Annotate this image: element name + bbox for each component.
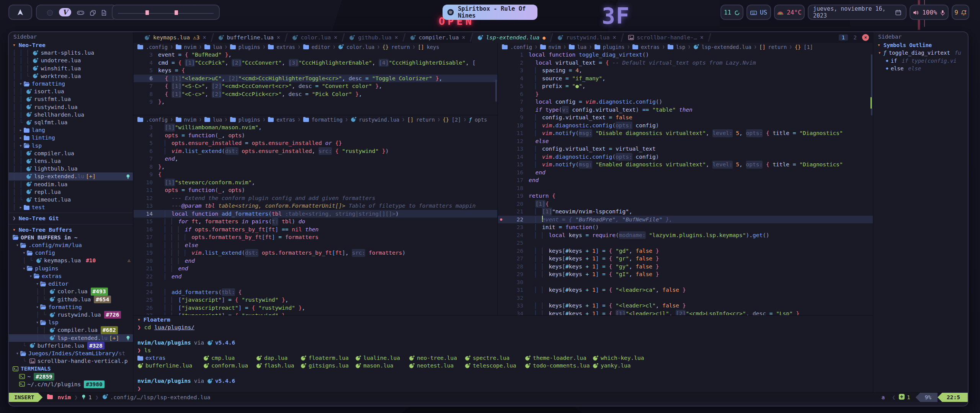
tree-folder-lsp[interactable]: │ ▾lsp	[9, 142, 133, 150]
tab-scrollbar-handle-[interactable]: scrollbar-handle-…×	[623, 32, 709, 43]
floaterm-terminal[interactable]: ▾Floaterm❯cdlua/plugins/ nvim/lua/plugin…	[134, 315, 873, 392]
windows-workspace[interactable]	[90, 9, 96, 16]
neotree-buffers-section-header[interactable]: ▾Neo-Tree Buffers	[9, 226, 133, 234]
code-line-33[interactable]: 33 ▏ ▏ keys[#keys + 1] = { "<leader>cl",…	[498, 302, 873, 310]
code-line-20[interactable]: 20 [1]{	[498, 200, 873, 208]
code-line-17[interactable]: 17 ▏ ▏ ▏ ▏ opts.formatters_by_ft[ft] = f…	[134, 233, 497, 241]
tree-folder-juegosindiessteamlibrary[interactable]: ▾Juegos/Indies/SteamLibrary/st	[9, 350, 133, 357]
tree-item-timeout.lua[interactable]: │ └ timeout.lua	[9, 196, 133, 203]
tree-item-winshift.lua[interactable]: │ │ │ winshift.lua	[9, 65, 133, 72]
tree-folder-linting[interactable]: │ ▸linting	[9, 134, 133, 141]
tree-item-compiler.lua[interactable]: │ │ compiler.lua	[9, 150, 133, 157]
tree-item-scrollbar-handle-vertical.p[interactable]: └ scrollbar-handle-vertical.p	[9, 357, 133, 365]
tree-item-shellharden.lua[interactable]: │ │ shellharden.lua	[9, 111, 133, 119]
tree-item-~[interactable]: ~#2859	[9, 373, 133, 380]
tree-folder-.confignvimlua[interactable]: ▾.config/nvim/lua	[9, 241, 133, 249]
music-player-widget[interactable]: Spiritbox - Rule Of Nines	[443, 5, 537, 20]
code-line-29[interactable]: 29 ▏ ▏ keys[#keys + 1] = { "gI", false }	[498, 270, 873, 278]
code-line-9[interactable]: 9},	[134, 98, 497, 106]
close-tab-icon[interactable]: ×	[277, 34, 280, 41]
date-widget[interactable]: jueves, noviembre 16, 2023	[808, 5, 906, 20]
tree-item-undotree.lua[interactable]: │ │ │ undotree.lua	[9, 57, 133, 64]
code-line-13[interactable]: 13 ---@param tbl table<string, conform.F…	[134, 202, 497, 210]
code-line-34[interactable]: 34 ▏ ▏ keys[#keys + 1] = { [1]"<leader>c…	[498, 310, 873, 315]
code-line-6[interactable]: 6 ▏ vim.list_extend(dst: opts.ensure_ins…	[134, 147, 497, 155]
tree-item-isort.lua[interactable]: │ │ isort.lua	[9, 88, 133, 95]
tree-folder-test[interactable]: │ ▸test	[9, 203, 133, 211]
tab-github.lua[interactable]: github.lua×	[344, 32, 403, 43]
close-tab-icon[interactable]: ×	[395, 34, 398, 41]
updates-widget[interactable]: 11	[720, 5, 743, 20]
code-line-25[interactable]: 25	[498, 239, 873, 247]
shell-prompt[interactable]: ❯	[134, 385, 873, 392]
code-line-3[interactable]: 3event = { "BufRead" },	[134, 51, 497, 59]
launcher-button[interactable]	[8, 5, 32, 20]
browser-workspace[interactable]	[47, 9, 53, 16]
workspace-switcher[interactable]: V	[36, 5, 117, 20]
tree-item-rustfmt.lua[interactable]: │ │ rustfmt.lua	[9, 95, 133, 103]
code-line-28[interactable]: 28 ▏ ▏ keys[#keys + 1] = { "gy", false }	[498, 263, 873, 271]
code-line-19[interactable]: 19return {	[498, 192, 873, 200]
close-tab-icon[interactable]: ×	[203, 34, 206, 41]
code-line-16[interactable]: 16 ▏ ▏ ▏ if opts.formatters_by_ft[ft] ==…	[134, 226, 497, 234]
tree-item-lightbulb.lua[interactable]: │ │ lightbulb.lua	[9, 165, 133, 172]
tab-keymaps.lua[interactable]: keymaps.lua⚠3×	[139, 32, 212, 43]
tree-item-keymaps.lua[interactable]: │ └ keymaps.lua#10⚠	[9, 257, 133, 264]
floaterm-header[interactable]: ▾Floaterm	[134, 316, 873, 324]
tree-item-neodim.lua[interactable]: │ │ neodim.lua	[9, 180, 133, 188]
editor-pane-lsp-extended-lua[interactable]: .config❯nvim❯lua❯plugins❯extras❯lsp❯lsp-…	[498, 43, 873, 315]
symbol-else[interactable]: ◆elseelse	[874, 65, 968, 72]
code-line-23[interactable]: 23 ▏ init = function()	[498, 223, 873, 231]
code-line-1[interactable]: 1local function toggle_diag_virtext()	[498, 51, 873, 59]
tree-folder-plugins[interactable]: ▾plugins	[9, 265, 133, 272]
code-line-26[interactable]: 26 ▏ ▏ keys[#keys + 1] = { "gd", false }	[498, 247, 873, 255]
tree-item-color.lua[interactable]: │ │ color.lua#493	[9, 288, 133, 295]
editor-pane-color-lua[interactable]: .config❯nvim❯lua❯plugins❯extras❯editor❯c…	[134, 43, 497, 115]
tree-item-openbuffersin~[interactable]: OPEN BUFFERS in ~	[9, 234, 133, 241]
code-line-18[interactable]: 18 ▏ ▏ ▏ else	[134, 241, 497, 249]
code-line-27[interactable]: 27 ▏ ▏ keys[#keys + 1] = { "gr", false }	[498, 255, 873, 263]
code-line-17[interactable]: 17end	[498, 176, 873, 184]
tree-folder-formatting[interactable]: ▾formatting	[9, 303, 133, 311]
close-tab-icon[interactable]: ×	[334, 34, 337, 41]
code-line-31[interactable]: 31 ▏ ▏ keys[#keys + 1] = { "<leader>ca",…	[498, 286, 873, 294]
code-line-9[interactable]: 9{	[134, 171, 497, 179]
tab-compiler.lua[interactable]: compiler.lua×	[405, 32, 471, 43]
symbol-toggle_diag_virtext[interactable]: ▾ƒtoggle_diag_virtextfu	[874, 49, 968, 57]
code-line-32[interactable]: 32	[498, 294, 873, 302]
neotree-git-section-header[interactable]: ❯Neo-Tree Git	[9, 215, 133, 222]
code-line-20[interactable]: 20 ▏ ▏ ▏ end	[134, 257, 497, 265]
shell-prompt[interactable]: ❯cdlua/plugins/	[134, 324, 873, 331]
code-line-8[interactable]: 8 { [1]"<C-c>", [2]"<cmd>CccPick<cr>", d…	[134, 90, 497, 98]
code-line-9[interactable]: 9 ▏ config.virtual_text = false	[498, 114, 873, 122]
tabpage-1[interactable]: 1	[839, 34, 848, 41]
code-line-8[interactable]: 8},	[134, 163, 497, 171]
close-tab-icon[interactable]: ×	[462, 34, 466, 41]
keyboard-layout-widget[interactable]: US	[746, 5, 771, 20]
tab-bufferline.lua[interactable]: bufferline.lua×	[213, 32, 286, 43]
code-line-13[interactable]: 13 ▏ config.virtual_text = virtual_text	[498, 145, 873, 153]
code-line-21[interactable]: 21 ▏ ▏ end	[134, 265, 497, 273]
tree-item-bufferline.lua[interactable]: └ bufferline.lua#328	[9, 342, 133, 350]
tree-folder-extras[interactable]: ▾extras	[9, 272, 133, 280]
code-line-6[interactable]: 6 { [1]"<leader>uC", [2]"<cmd>CccHighlig…	[134, 75, 497, 83]
code-line-19[interactable]: 19 ▏ ▏ ▏ ▏ vim.list_extend(dst: opts.for…	[134, 249, 497, 257]
code-line-5[interactable]: 5 ▏ prefix = "●",	[498, 82, 873, 90]
symbol-if[interactable]: ◆ifif type(config.vi	[874, 57, 968, 65]
tree-folder-editor[interactable]: ▾editor	[9, 280, 133, 288]
tree-folder-formatting[interactable]: │ ▾formatting	[9, 80, 133, 88]
tree-item-sqlfmt.lua[interactable]: │ └ sqlfmt.lua	[9, 119, 133, 126]
code-line-26[interactable]: 26 ▏ ▏ ["javascriptreact"] = { "rustywin…	[134, 304, 497, 312]
games-workspace[interactable]	[77, 9, 84, 16]
tree-item-lsp-extended.[interactable]: │ │ lsp-extended.lu[+]	[9, 172, 133, 180]
neotree-section-header[interactable]: ▾Neo-Tree	[9, 41, 133, 49]
code-line-12[interactable]: 12 --- Extend the conform plugin config …	[134, 194, 497, 202]
code-line-12[interactable]: 12 else	[498, 137, 873, 145]
code-line-8[interactable]: 8 if type(v: config.virtual_text) == "ta…	[498, 106, 873, 114]
code-line-14[interactable]: 14 ▏ local function add_formatters(tbl :…	[134, 210, 497, 218]
code-line-5[interactable]: 5keys = {	[134, 67, 497, 75]
code-line-24[interactable]: 24 ▏ ▏ local keys = require(modname: "la…	[498, 231, 873, 239]
tab-lsp-extended.lua[interactable]: lsp-extended.lua●	[472, 32, 551, 43]
code-line-6[interactable]: 6 }	[498, 90, 873, 98]
vim-workspace-active[interactable]: V	[59, 8, 71, 16]
